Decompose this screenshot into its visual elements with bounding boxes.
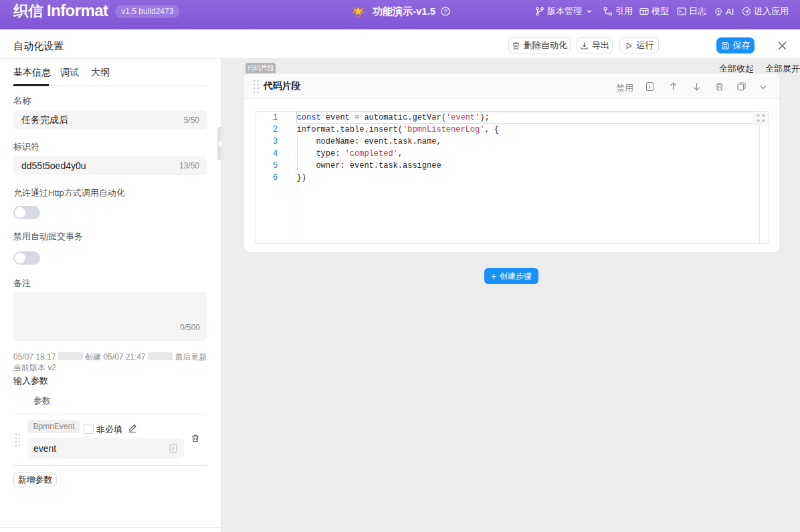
svg-text:?: ?	[444, 8, 447, 15]
